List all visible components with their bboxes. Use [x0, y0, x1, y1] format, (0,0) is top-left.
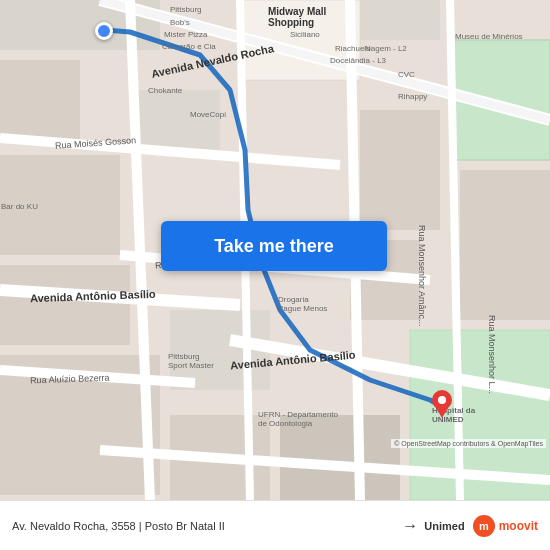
svg-rect-15 — [460, 170, 550, 320]
osm-credit: © OpenStreetMap contributors & OpenMapTi… — [391, 439, 546, 448]
map-container: Avenida Nevaldo Rocha Rua Moisés Gosson … — [0, 0, 550, 500]
svg-rect-3 — [0, 60, 80, 140]
svg-rect-14 — [360, 0, 440, 40]
footer: Av. Nevaldo Rocha, 3558 | Posto Br Natal… — [0, 500, 550, 550]
footer-arrow: → — [402, 517, 418, 535]
moovit-text: moovit — [499, 519, 538, 533]
take-me-there-button[interactable]: Take me there — [161, 221, 387, 271]
footer-origin: Av. Nevaldo Rocha, 3558 | Posto Br Natal… — [12, 520, 396, 532]
svg-text:m: m — [479, 520, 489, 532]
svg-rect-12 — [360, 110, 440, 230]
origin-marker — [95, 22, 113, 40]
footer-route-info: Av. Nevaldo Rocha, 3558 | Posto Br Natal… — [12, 520, 396, 532]
svg-rect-5 — [130, 90, 220, 150]
footer-destination: Unimed — [424, 520, 464, 532]
svg-rect-4 — [0, 155, 120, 255]
svg-point-30 — [438, 396, 446, 404]
moovit-icon: m — [473, 515, 495, 537]
svg-rect-10 — [280, 415, 400, 500]
moovit-logo: m moovit — [473, 515, 538, 537]
destination-marker — [432, 390, 452, 418]
svg-rect-6 — [0, 265, 130, 345]
svg-marker-29 — [435, 406, 449, 418]
